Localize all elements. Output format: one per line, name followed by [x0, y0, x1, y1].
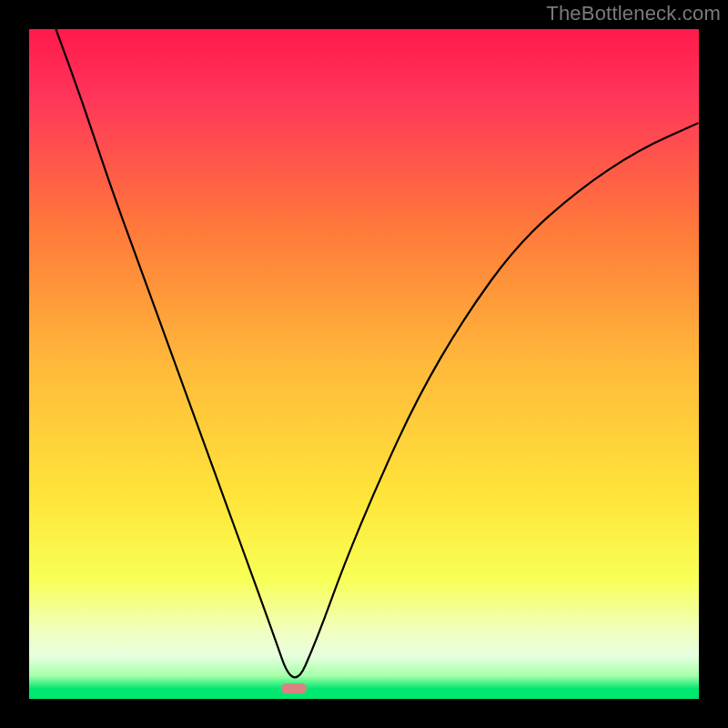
plot-area — [29, 29, 699, 699]
watermark-text: TheBottleneck.com — [546, 2, 721, 25]
optimal-marker — [281, 683, 307, 693]
chart-frame: TheBottleneck.com — [0, 0, 728, 728]
bottleneck-curve — [29, 29, 699, 699]
